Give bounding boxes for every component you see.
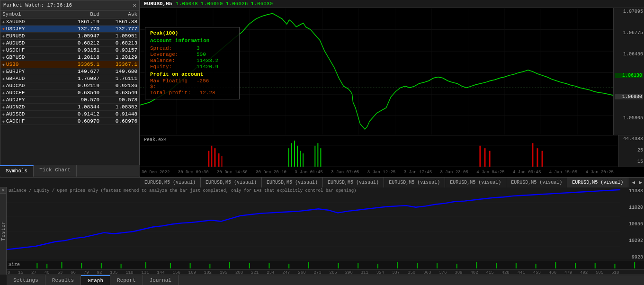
arrow-icon: ◆	[2, 55, 5, 60]
tester-tabs: Settings Results Graph Report Journal	[7, 275, 644, 285]
market-watch-row-audchf[interactable]: ◆ AUDCHF 0.63540 0.63549	[0, 89, 139, 97]
market-watch-row-gbpusd[interactable]: ◆ GBPUSD 1.20118 1.20129	[0, 54, 139, 61]
leverage-label: Leverage:	[150, 52, 193, 57]
size-area: Size	[7, 260, 644, 269]
market-watch-row-cadchf[interactable]: ◆ CADCHF 0.68970 0.68976	[0, 118, 139, 125]
bid-price: 0.93151	[62, 47, 99, 53]
svg-rect-57	[229, 262, 230, 268]
chart-tab-5[interactable]: EURUSD,M5 (visual)	[445, 178, 506, 187]
balance-value: 11433.2	[197, 58, 218, 63]
svg-rect-73	[555, 262, 556, 268]
market-watch-row-audusd[interactable]: ◆ AUDUSD 0.68212 0.68213	[0, 40, 139, 47]
ask-price: 1861.38	[99, 19, 137, 25]
market-watch-row-audnzd[interactable]: ◆ AUDNZD 1.08344 1.08352	[0, 104, 139, 111]
close-icon[interactable]: ✕	[133, 1, 136, 9]
market-watch-row-audcad[interactable]: ◆ AUDCAD 0.92119 0.92136	[0, 82, 139, 89]
chart-tab-4[interactable]: EURUSD,M5 (visual)	[384, 178, 445, 187]
arrow-icon: ◆	[2, 70, 5, 74]
symbol-name: ▼ USDJPY	[2, 26, 62, 32]
market-watch-row-eurusd[interactable]: ◆ EURUSD 1.05947 1.05951	[0, 33, 139, 40]
tester-close-button[interactable]: ✕	[0, 187, 7, 194]
balance-scale-4: 10292	[621, 238, 643, 243]
chart-tab-0[interactable]: EURUSD,M5 (visual)	[140, 178, 201, 187]
tab-results[interactable]: Results	[45, 275, 81, 285]
tab-tick-chart[interactable]: Tick Chart	[34, 165, 77, 177]
bid-price: 132.770	[62, 26, 99, 32]
arrow-icon: ◆	[2, 105, 5, 109]
balance-scale-1: 11383	[621, 188, 643, 194]
svg-rect-74	[575, 263, 576, 268]
svg-rect-58	[249, 263, 250, 268]
symbol-name: ◆ EURUSD	[2, 33, 62, 39]
market-watch-row-usdchf[interactable]: ◆ USDCHF 0.93151 0.93157	[0, 47, 139, 54]
main-chart-area: EURUSD,M5 1.06048 1.06050 1.06026 1.0603…	[140, 0, 644, 178]
svg-rect-72	[536, 264, 537, 268]
bid-price: 90.570	[62, 97, 99, 103]
svg-rect-71	[516, 263, 517, 268]
market-watch-row-eurjpy[interactable]: ◆ EURJPY 140.677 140.680	[0, 68, 139, 75]
equity-value: 11420.9	[197, 64, 218, 70]
market-watch-row-audjpy[interactable]: ◆ AUDJPY 90.570 90.578	[0, 97, 139, 104]
size-bars-svg	[22, 261, 644, 269]
arrow-icon: ◆	[2, 119, 5, 124]
tab-symbols[interactable]: Symbols	[0, 165, 34, 177]
bid-price: 1.76087	[62, 76, 99, 81]
chart-tab-2[interactable]: EURUSD,M5 (visual)	[262, 178, 323, 187]
market-watch-row-usdjpy[interactable]: ▼ USDJPY 132.770 132.777	[0, 26, 139, 33]
symbol-name: ◆ AUDJPY	[2, 97, 62, 103]
tab-report[interactable]: Report	[110, 275, 143, 285]
price-label-2: 1.06775	[615, 30, 643, 36]
ask-price: 1.05951	[99, 33, 137, 39]
chart-tab-3[interactable]: EURUSD,M5 (visual)	[323, 178, 384, 187]
chart-header: EURUSD,M5 1.06048 1.06050 1.06026 1.0603…	[140, 0, 644, 8]
ask-price: 1.20129	[99, 54, 137, 60]
svg-rect-66	[417, 263, 418, 268]
chart-tab-7[interactable]: EURUSD,M5 (visual)	[567, 178, 628, 187]
market-watch-row-gbpaud[interactable]: ◆ GBPAUD 1.76087 1.76111	[0, 75, 139, 82]
tab-journal[interactable]: Journal	[143, 275, 179, 285]
arrow-icon: ◆	[2, 91, 5, 95]
chart-tab-6[interactable]: EURUSD,M5 (visual)	[506, 178, 567, 187]
chart-tab-scroll-right[interactable]: ►	[637, 180, 644, 186]
svg-rect-52	[121, 264, 122, 268]
chart-tab-list: EURUSD,M5 (visual)EURUSD,M5 (visual)EURU…	[140, 178, 630, 187]
x-axis-label: 4 Jan 04:25	[476, 170, 504, 175]
market-watch-title: Market Watch: 17:36:16	[3, 2, 72, 8]
profit-header: Profit on account	[150, 71, 234, 77]
svg-rect-51	[101, 263, 102, 268]
ask-price: 33367.1	[99, 62, 137, 67]
bid-price: 1.05947	[62, 33, 99, 39]
svg-rect-76	[614, 264, 615, 268]
bid-price: 1.20118	[62, 54, 99, 60]
ask-price: 1.76111	[99, 76, 137, 81]
ask-price: 90.578	[99, 97, 137, 103]
tab-settings[interactable]: Settings	[7, 275, 45, 285]
bid-price: 0.92119	[62, 83, 99, 89]
x-axis-label: 30 Dec 09:30	[178, 170, 209, 175]
market-watch-row-audsgd[interactable]: ◆ AUDSGD 0.91412 0.91448	[0, 111, 139, 118]
chart-tab-scroll-left[interactable]: ◄	[630, 180, 637, 186]
arrow-icon: ◆	[2, 112, 5, 116]
ask-price: 0.68976	[99, 118, 137, 124]
svg-rect-61	[308, 262, 309, 268]
symbol-name: ◆ AUDSGD	[2, 111, 62, 117]
svg-rect-65	[397, 262, 398, 268]
svg-rect-48	[46, 264, 47, 268]
svg-rect-75	[595, 263, 596, 268]
ask-price: 0.63549	[99, 90, 137, 96]
chart-tab-1[interactable]: EURUSD,M5 (visual)	[201, 178, 262, 187]
svg-rect-60	[288, 264, 289, 268]
market-watch-row-xauusd[interactable]: ◆ XAUUSD 1861.19 1861.38	[0, 18, 139, 26]
x-axis-label: 3 Jan 12:25	[367, 170, 395, 175]
ind-scale-2: 25	[619, 148, 643, 153]
svg-rect-63	[358, 263, 358, 268]
svg-rect-67	[437, 263, 438, 268]
tab-graph[interactable]: Graph	[81, 275, 110, 285]
balance-scale-3: 10656	[621, 222, 643, 227]
equity-label: Equity:	[150, 64, 193, 70]
total-profit-label: Total profit:	[150, 90, 193, 96]
market-watch-row-us30[interactable]: ◆ US30 33365.1 33367.1	[0, 61, 139, 68]
ask-price: 140.680	[99, 69, 137, 74]
symbol-name: ◆ AUDCAD	[2, 83, 62, 89]
balance-scale: 11383 11020 10656 10292 9928	[620, 187, 644, 261]
